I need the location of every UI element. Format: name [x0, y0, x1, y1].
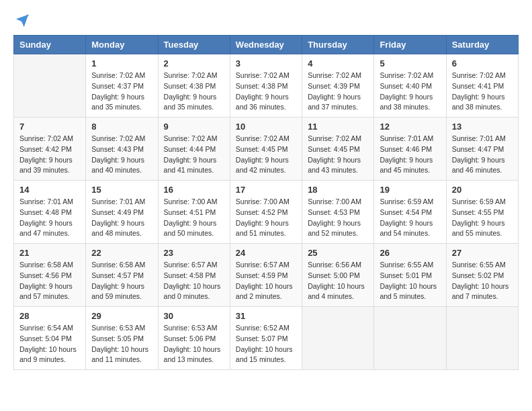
sunrise-text: Sunrise: 6:53 AM	[164, 324, 218, 332]
day-info: Sunrise: 7:01 AM Sunset: 4:47 PM Dayligh…	[452, 134, 513, 176]
daylight-text: Daylight: 9 hours and 38 minutes.	[380, 93, 433, 111]
sunset-text: Sunset: 5:05 PM	[91, 334, 144, 342]
day-number: 12	[380, 122, 440, 132]
sunrise-text: Sunrise: 6:59 AM	[380, 197, 433, 205]
day-info: Sunrise: 7:02 AM Sunset: 4:42 PM Dayligh…	[19, 134, 80, 176]
daylight-text: Daylight: 9 hours and 54 minutes.	[380, 219, 433, 238]
calendar-cell: 24 Sunrise: 6:57 AM Sunset: 4:59 PM Dayl…	[230, 244, 302, 307]
sunset-text: Sunset: 4:47 PM	[452, 145, 504, 153]
sunrise-text: Sunrise: 6:52 AM	[236, 324, 290, 332]
calendar-cell: 7 Sunrise: 7:02 AM Sunset: 4:42 PM Dayli…	[14, 118, 86, 181]
calendar-cell: 20 Sunrise: 6:59 AM Sunset: 4:55 PM Dayl…	[446, 181, 518, 244]
calendar-cell: 13 Sunrise: 7:01 AM Sunset: 4:47 PM Dayl…	[446, 118, 518, 181]
sunset-text: Sunset: 4:42 PM	[19, 145, 72, 153]
sunrise-text: Sunrise: 7:02 AM	[164, 71, 218, 79]
daylight-text: Daylight: 9 hours and 52 minutes.	[308, 219, 361, 238]
sunrise-text: Sunrise: 7:01 AM	[19, 197, 73, 205]
day-number: 3	[236, 58, 296, 68]
sunset-text: Sunset: 4:59 PM	[236, 271, 288, 279]
day-number: 2	[164, 58, 224, 68]
day-number: 4	[308, 58, 368, 68]
day-info: Sunrise: 6:58 AM Sunset: 4:56 PM Dayligh…	[19, 260, 80, 302]
daylight-text: Daylight: 9 hours and 39 minutes.	[19, 156, 73, 175]
calendar-cell: 18 Sunrise: 7:00 AM Sunset: 4:53 PM Dayl…	[302, 181, 374, 244]
day-info: Sunrise: 7:00 AM Sunset: 4:52 PM Dayligh…	[236, 197, 296, 239]
daylight-text: Daylight: 10 hours and 2 minutes.	[236, 282, 293, 301]
day-info: Sunrise: 7:00 AM Sunset: 4:51 PM Dayligh…	[164, 197, 224, 239]
sunrise-text: Sunrise: 7:02 AM	[91, 134, 145, 142]
calendar-cell: 28 Sunrise: 6:54 AM Sunset: 5:04 PM Dayl…	[14, 307, 86, 370]
sunrise-text: Sunrise: 6:57 AM	[236, 261, 290, 269]
day-info: Sunrise: 6:57 AM Sunset: 4:59 PM Dayligh…	[236, 260, 296, 302]
daylight-text: Daylight: 9 hours and 42 minutes.	[236, 156, 289, 175]
sunset-text: Sunset: 4:45 PM	[308, 145, 360, 153]
daylight-text: Daylight: 9 hours and 37 minutes.	[308, 93, 361, 111]
calendar-header-row: SundayMondayTuesdayWednesdayThursdayFrid…	[14, 36, 519, 54]
sunrise-text: Sunrise: 6:53 AM	[91, 324, 145, 332]
daylight-text: Daylight: 9 hours and 43 minutes.	[308, 156, 361, 175]
calendar-cell: 30 Sunrise: 6:53 AM Sunset: 5:06 PM Dayl…	[158, 307, 230, 370]
day-number: 6	[452, 58, 513, 68]
daylight-text: Daylight: 9 hours and 41 minutes.	[164, 156, 217, 175]
sunrise-text: Sunrise: 6:58 AM	[19, 261, 73, 269]
sunrise-text: Sunrise: 7:01 AM	[452, 134, 506, 142]
day-info: Sunrise: 7:02 AM Sunset: 4:40 PM Dayligh…	[380, 71, 440, 113]
calendar-week-row-5: 28 Sunrise: 6:54 AM Sunset: 5:04 PM Dayl…	[14, 307, 519, 370]
day-info: Sunrise: 7:02 AM Sunset: 4:45 PM Dayligh…	[236, 134, 296, 176]
calendar-cell: 31 Sunrise: 6:52 AM Sunset: 5:07 PM Dayl…	[230, 307, 302, 370]
logo-bird-icon	[15, 13, 30, 28]
day-number: 24	[236, 248, 296, 258]
sunrise-text: Sunrise: 7:02 AM	[164, 134, 218, 142]
calendar-week-row-3: 14 Sunrise: 7:01 AM Sunset: 4:48 PM Dayl…	[14, 181, 519, 244]
calendar-cell: 4 Sunrise: 7:02 AM Sunset: 4:39 PM Dayli…	[302, 54, 374, 118]
sunrise-text: Sunrise: 6:54 AM	[19, 324, 73, 332]
sunset-text: Sunset: 4:49 PM	[91, 208, 144, 216]
sunset-text: Sunset: 4:44 PM	[164, 145, 216, 153]
calendar-cell: 23 Sunrise: 6:57 AM Sunset: 4:58 PM Dayl…	[158, 244, 230, 307]
calendar-cell: 15 Sunrise: 7:01 AM Sunset: 4:49 PM Dayl…	[86, 181, 158, 244]
calendar-cell: 3 Sunrise: 7:02 AM Sunset: 4:38 PM Dayli…	[230, 54, 302, 118]
calendar-cell	[14, 54, 86, 118]
sunset-text: Sunset: 4:51 PM	[164, 208, 216, 216]
sunset-text: Sunset: 4:38 PM	[164, 82, 216, 90]
daylight-text: Daylight: 9 hours and 38 minutes.	[452, 93, 505, 111]
day-number: 20	[452, 185, 513, 195]
daylight-text: Daylight: 9 hours and 50 minutes.	[164, 219, 217, 238]
day-number: 23	[164, 248, 224, 258]
daylight-text: Daylight: 9 hours and 35 minutes.	[164, 93, 217, 111]
sunrise-text: Sunrise: 6:55 AM	[452, 261, 506, 269]
calendar-header-tuesday: Tuesday	[158, 36, 230, 54]
sunrise-text: Sunrise: 7:01 AM	[380, 134, 433, 142]
day-number: 26	[380, 248, 440, 258]
daylight-text: Daylight: 9 hours and 46 minutes.	[452, 156, 505, 175]
sunset-text: Sunset: 5:01 PM	[380, 271, 432, 279]
day-number: 21	[19, 248, 80, 258]
day-info: Sunrise: 6:52 AM Sunset: 5:07 PM Dayligh…	[236, 323, 296, 365]
sunset-text: Sunset: 5:07 PM	[236, 334, 288, 342]
sunrise-text: Sunrise: 7:02 AM	[91, 71, 145, 79]
calendar-cell: 22 Sunrise: 6:58 AM Sunset: 4:57 PM Dayl…	[86, 244, 158, 307]
sunrise-text: Sunrise: 7:02 AM	[236, 134, 290, 142]
day-info: Sunrise: 6:59 AM Sunset: 4:55 PM Dayligh…	[452, 197, 513, 239]
sunset-text: Sunset: 5:02 PM	[452, 271, 504, 279]
calendar-cell: 21 Sunrise: 6:58 AM Sunset: 4:56 PM Dayl…	[14, 244, 86, 307]
daylight-text: Daylight: 10 hours and 7 minutes.	[452, 282, 509, 301]
day-info: Sunrise: 7:02 AM Sunset: 4:41 PM Dayligh…	[452, 71, 513, 113]
sunset-text: Sunset: 5:04 PM	[19, 334, 72, 342]
daylight-text: Daylight: 10 hours and 0 minutes.	[164, 282, 221, 301]
sunrise-text: Sunrise: 7:00 AM	[308, 197, 361, 205]
sunrise-text: Sunrise: 7:02 AM	[236, 71, 290, 79]
calendar-cell: 8 Sunrise: 7:02 AM Sunset: 4:43 PM Dayli…	[86, 118, 158, 181]
sunset-text: Sunset: 4:53 PM	[308, 208, 360, 216]
day-number: 15	[91, 185, 152, 195]
sunset-text: Sunset: 4:38 PM	[236, 82, 288, 90]
day-info: Sunrise: 6:54 AM Sunset: 5:04 PM Dayligh…	[19, 323, 80, 365]
sunrise-text: Sunrise: 7:02 AM	[380, 71, 433, 79]
sunset-text: Sunset: 4:37 PM	[91, 82, 144, 90]
day-number: 14	[19, 185, 80, 195]
sunset-text: Sunset: 4:40 PM	[380, 82, 432, 90]
calendar-cell	[446, 307, 518, 370]
sunrise-text: Sunrise: 7:00 AM	[164, 197, 218, 205]
daylight-text: Daylight: 9 hours and 59 minutes.	[91, 282, 144, 301]
day-number: 19	[380, 185, 440, 195]
